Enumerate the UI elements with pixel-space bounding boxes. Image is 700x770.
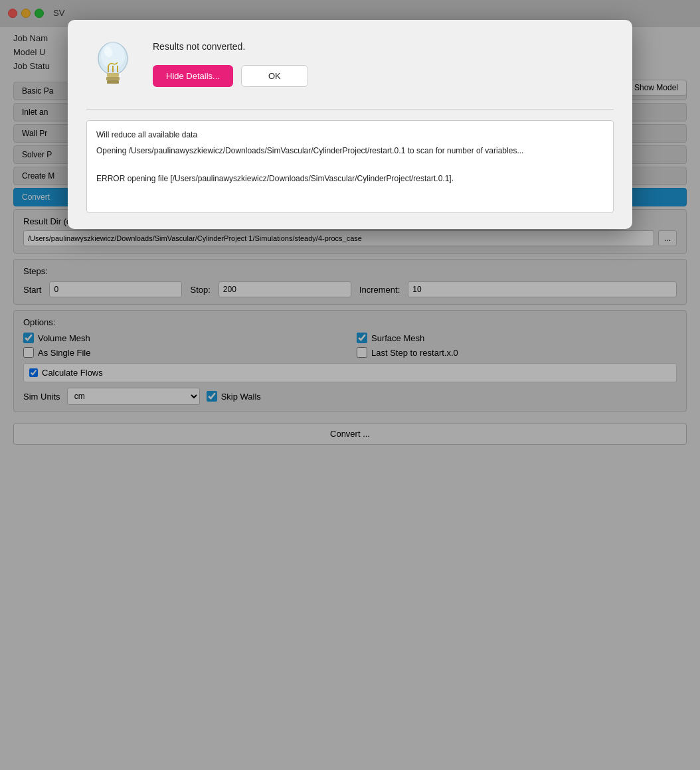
modal-buttons: Hide Details... OK (153, 65, 614, 87)
svg-rect-3 (107, 73, 119, 77)
modal-overlay: Results not converted. Hide Details... O… (0, 0, 700, 770)
lightbulb-icon (86, 36, 139, 96)
svg-rect-4 (106, 77, 120, 80)
modal-dialog: Results not converted. Hide Details... O… (68, 20, 632, 229)
modal-details-box: Will reduce all available data Opening /… (86, 120, 614, 213)
modal-divider (86, 109, 614, 110)
modal-title-area: Results not converted. Hide Details... O… (153, 36, 614, 87)
modal-title: Results not converted. (153, 41, 614, 52)
detail-line-1: Will reduce all available data (96, 129, 604, 141)
ok-button[interactable]: OK (241, 65, 308, 87)
detail-line-3: ERROR opening file [/Users/paulinawyszki… (96, 173, 604, 185)
modal-header: Results not converted. Hide Details... O… (86, 36, 614, 96)
detail-line-2: Opening /Users/paulinawyszkiewicz/Downlo… (96, 145, 604, 157)
svg-point-1 (101, 42, 125, 69)
svg-rect-5 (107, 80, 119, 84)
hide-details-button[interactable]: Hide Details... (153, 65, 233, 87)
